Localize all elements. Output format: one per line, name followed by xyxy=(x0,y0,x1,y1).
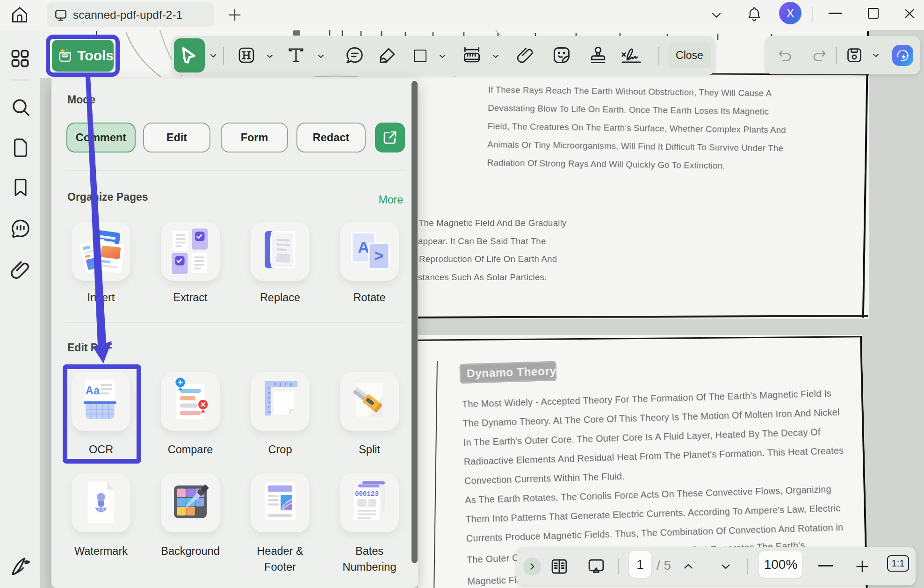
svg-text:000123: 000123 xyxy=(355,490,379,498)
svg-text:>: > xyxy=(374,247,383,264)
svg-text:A: A xyxy=(358,238,369,256)
svg-text:Aa: Aa xyxy=(86,385,100,397)
